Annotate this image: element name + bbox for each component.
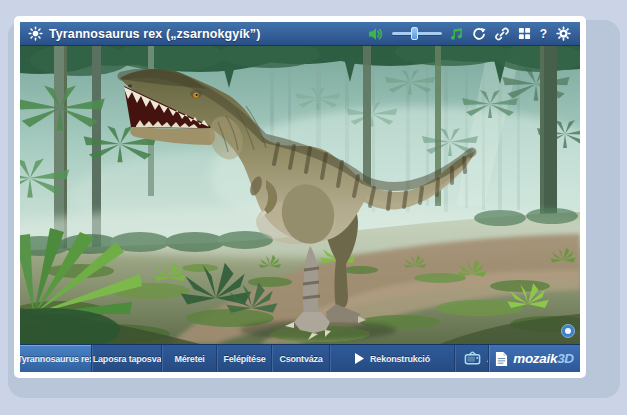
grid-icon — [518, 27, 531, 40]
settings-button[interactable] — [555, 25, 572, 43]
reset-view-button[interactable] — [471, 25, 487, 43]
help-button[interactable]: ? — [539, 25, 548, 43]
volume-slider[interactable] — [392, 26, 442, 41]
tab-laposra-taposva[interactable]: Laposra taposva — [92, 345, 162, 372]
app-window: Tyrannosaurus rex („zsarnokgyík”) — [14, 16, 586, 378]
tab-label: Laposra taposva — [93, 354, 162, 364]
tab-tyrannosaurus-rex[interactable]: Tyrannosaurus rex — [20, 345, 92, 372]
tab-label: Tyrannosaurus rex — [20, 354, 92, 364]
mozaik3d-logo: mozaik3D — [513, 351, 574, 366]
tab-label: Csontváza — [279, 354, 322, 364]
titlebar: Tyrannosaurus rex („zsarnokgyík”) — [20, 22, 580, 46]
help-icon: ? — [540, 27, 547, 41]
tab-label: Rekonstrukció — [370, 354, 430, 364]
document-icon — [495, 351, 508, 367]
music-note-icon — [450, 27, 463, 41]
titlebar-tools: ? — [367, 25, 572, 43]
tv-icon — [464, 351, 481, 366]
play-icon — [355, 353, 364, 364]
logo-mozaik-text: mozaik — [513, 351, 557, 366]
music-button[interactable] — [449, 25, 464, 43]
volume-mute-button[interactable] — [367, 25, 385, 43]
tab-rekonstrukcio[interactable]: Rekonstrukció — [330, 345, 455, 372]
link-icon — [495, 27, 509, 41]
dino-forest-graphic — [20, 46, 580, 344]
speaker-icon — [368, 27, 384, 41]
pointer-dot-button[interactable] — [561, 324, 575, 338]
gear-icon — [556, 26, 571, 41]
pointer-dot-icon — [565, 328, 571, 334]
tab-felepitese[interactable]: Felépítése — [217, 345, 272, 372]
sun-icon — [28, 26, 43, 41]
reset-icon — [472, 27, 486, 41]
tab-csontvaza[interactable]: Csontváza — [272, 345, 330, 372]
logo-3d-text: 3D — [557, 351, 574, 366]
tab-meretei[interactable]: Méretei — [162, 345, 217, 372]
scene-3d-view[interactable] — [20, 46, 580, 344]
tab-label: Felépítése — [223, 354, 265, 364]
tab-label: Méretei — [174, 354, 204, 364]
modules-button[interactable] — [517, 25, 532, 43]
window-title: Tyrannosaurus rex („zsarnokgyík”) — [49, 27, 260, 41]
volume-slider-handle[interactable] — [411, 27, 418, 40]
tabbar: Tyrannosaurus rex Laposra taposva Mérete… — [20, 344, 580, 372]
link-button[interactable] — [494, 25, 510, 43]
mozaik-brand-panel[interactable]: mozaik3D — [488, 345, 580, 372]
